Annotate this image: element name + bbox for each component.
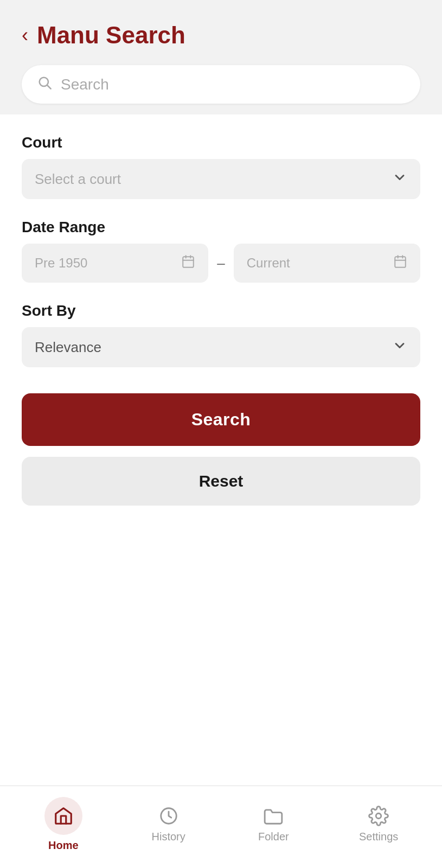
date-range-section: Date Range Pre 1950 – Current bbox=[22, 219, 420, 283]
nav-folder-label: Folder bbox=[258, 831, 289, 843]
nav-history-label: History bbox=[152, 831, 185, 843]
nav-settings-label: Settings bbox=[359, 831, 398, 843]
history-icon bbox=[158, 806, 179, 826]
svg-rect-2 bbox=[183, 257, 194, 267]
nav-item-folder[interactable]: Folder bbox=[221, 806, 326, 843]
app-container: ‹ Manu Search Court Select a court bbox=[0, 0, 442, 868]
home-icon-bg bbox=[44, 797, 82, 835]
date-from-value: Pre 1950 bbox=[35, 256, 87, 271]
sort-section: Sort By Relevance bbox=[22, 302, 420, 367]
date-from-input[interactable]: Pre 1950 bbox=[22, 244, 208, 283]
date-range-label: Date Range bbox=[22, 219, 420, 236]
court-value: Select a court bbox=[35, 171, 121, 188]
search-icon bbox=[37, 75, 52, 94]
chevron-down-icon bbox=[392, 170, 407, 188]
folder-icon bbox=[263, 806, 284, 826]
court-label: Court bbox=[22, 134, 420, 151]
search-bar-container bbox=[0, 60, 442, 114]
date-range-row: Pre 1950 – Current bbox=[22, 244, 420, 283]
search-input[interactable] bbox=[61, 76, 405, 93]
calendar-to-icon bbox=[393, 254, 407, 272]
calendar-from-icon bbox=[181, 254, 195, 272]
sort-chevron-icon bbox=[392, 338, 407, 356]
reset-button[interactable]: Reset bbox=[22, 457, 420, 506]
sort-dropdown[interactable]: Relevance bbox=[22, 327, 420, 367]
back-button[interactable]: ‹ bbox=[22, 25, 28, 45]
search-button[interactable]: Search bbox=[22, 393, 420, 446]
date-to-value: Current bbox=[247, 256, 290, 271]
nav-home-label: Home bbox=[48, 839, 79, 852]
svg-line-1 bbox=[47, 85, 50, 88]
date-separator: – bbox=[217, 255, 225, 272]
bottom-nav: Home History Folder Settings bbox=[0, 786, 442, 868]
nav-item-settings[interactable]: Settings bbox=[326, 806, 431, 843]
nav-item-history[interactable]: History bbox=[116, 806, 221, 843]
search-bar[interactable] bbox=[22, 65, 420, 104]
header: ‹ Manu Search bbox=[0, 0, 442, 60]
page-title: Manu Search bbox=[37, 22, 185, 49]
date-to-input[interactable]: Current bbox=[234, 244, 420, 283]
sort-value: Relevance bbox=[35, 339, 101, 356]
sort-by-label: Sort By bbox=[22, 302, 420, 320]
court-section: Court Select a court bbox=[22, 134, 420, 199]
court-dropdown[interactable]: Select a court bbox=[22, 159, 420, 199]
svg-rect-6 bbox=[395, 257, 406, 267]
svg-point-11 bbox=[376, 813, 381, 819]
main-content: Court Select a court Date Range Pre 1950 bbox=[0, 114, 442, 868]
settings-icon bbox=[368, 806, 389, 826]
nav-item-home[interactable]: Home bbox=[11, 797, 116, 852]
